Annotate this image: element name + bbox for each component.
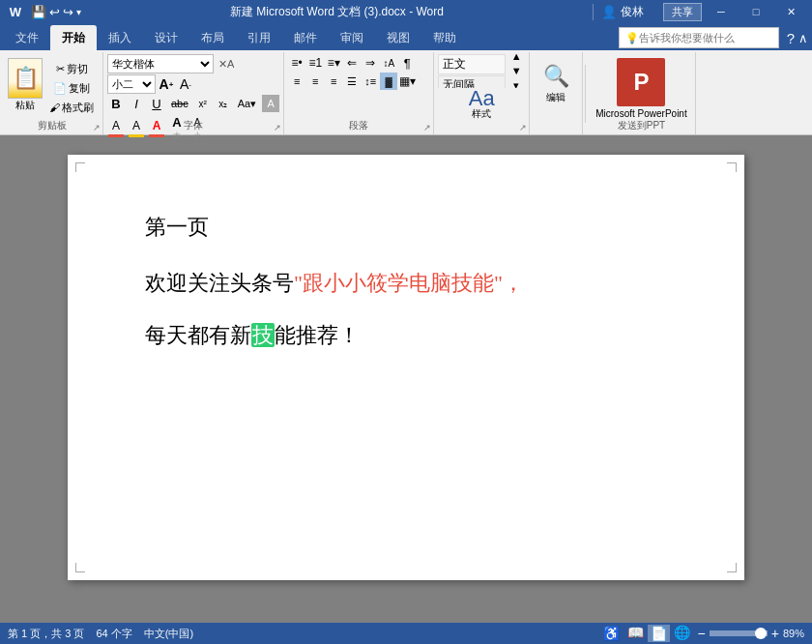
document-line-2: 欢迎关注头条号"跟小小筱学电脑技能"，: [145, 269, 667, 298]
multilevel-list-button[interactable]: ≡▾: [325, 54, 342, 72]
font-family-select[interactable]: 华文楷体: [107, 54, 214, 73]
tab-mail[interactable]: 邮件: [282, 25, 329, 50]
status-right: ♿ 📖 📄 🌐 − + 89%: [603, 625, 804, 642]
tab-design[interactable]: 设计: [143, 25, 189, 50]
bullet-list-button[interactable]: ≡•: [288, 54, 305, 72]
ribbon-tab-row: 文件 开始 插入 设计 布局 引用 邮件 审阅 视图 帮助 💡 ? ∧: [0, 23, 812, 50]
help-icon[interactable]: ?: [787, 30, 795, 46]
superscript-button[interactable]: x²: [194, 95, 212, 112]
save-icon[interactable]: 💾: [31, 5, 46, 19]
document-line-3: 每天都有新技能推荐！: [145, 321, 667, 350]
font-size-select[interactable]: 小二: [107, 74, 156, 94]
clipboard-expand-icon[interactable]: ↗: [93, 123, 101, 132]
zoom-out-button[interactable]: −: [698, 626, 706, 641]
language-indicator: 中文(中国): [144, 627, 193, 641]
accessibility-icon[interactable]: ♿: [603, 626, 620, 641]
document-page: 第一页 欢迎关注头条号"跟小小筱学电脑技能"， 每天都有新技能推荐！: [68, 155, 744, 580]
tab-references[interactable]: 引用: [236, 25, 282, 50]
tab-help[interactable]: 帮助: [421, 25, 468, 50]
line2-red-text: "跟小小筱学电脑技能"，: [294, 271, 524, 295]
print-view-button[interactable]: 📄: [648, 625, 670, 642]
tab-file[interactable]: 文件: [4, 25, 50, 50]
line3-text-before: 每天都有新: [145, 323, 251, 347]
tab-view[interactable]: 视图: [375, 25, 421, 50]
zoom-thumb[interactable]: [755, 628, 767, 639]
read-view-button[interactable]: 📖: [627, 625, 644, 642]
word-app-icon: W: [6, 2, 25, 21]
italic-button[interactable]: I: [128, 95, 145, 112]
styles-more-button[interactable]: ▾: [508, 78, 525, 88]
format-painter-button[interactable]: 🖌 格式刷: [46, 99, 97, 116]
justify-button[interactable]: ☰: [343, 73, 361, 90]
tab-review[interactable]: 审阅: [329, 25, 375, 50]
cut-button[interactable]: ✂ 剪切: [46, 60, 97, 77]
ribbon-divider: [585, 65, 586, 123]
subscript-button[interactable]: x₂: [215, 95, 232, 112]
sort-button[interactable]: ↕A: [380, 54, 397, 72]
change-case-button[interactable]: Aa▾: [235, 95, 259, 112]
close-button[interactable]: ✕: [775, 0, 806, 23]
ribbon-content: 📋 粘贴 ✂ 剪切 📄 复制 🖌 格式刷 剪贴板 ↗ 华文楷体 ✕A 小二 A: [0, 50, 812, 135]
redo-icon[interactable]: ↪: [63, 5, 73, 19]
restore-button[interactable]: □: [740, 0, 771, 23]
minimize-button[interactable]: ─: [706, 0, 737, 23]
zoom-slider[interactable]: [710, 630, 768, 636]
decrease-indent-button[interactable]: ⇐: [343, 54, 361, 72]
styles-scroll-up-button[interactable]: ▲: [508, 54, 525, 63]
shading-button[interactable]: ▓: [380, 73, 397, 90]
border-button[interactable]: ▦▾: [398, 73, 416, 90]
corner-mark-bl: [75, 563, 85, 572]
tab-insert[interactable]: 插入: [97, 25, 143, 50]
corner-mark-br: [727, 563, 737, 572]
line-spacing-button[interactable]: ↕≡: [362, 73, 379, 90]
align-center-button[interactable]: ≡: [306, 73, 324, 90]
increase-indent-button[interactable]: ⇒: [362, 54, 379, 72]
tell-me-box[interactable]: 💡: [619, 27, 779, 48]
styles-scroll-down-button[interactable]: ▼: [508, 64, 525, 77]
styles-pane-button[interactable]: Aa: [468, 90, 496, 107]
share-button[interactable]: 共享: [663, 3, 702, 21]
font-group: 华文楷体 ✕A 小二 A+ A- B I U abc x² x₂ Aa▾ A A: [103, 52, 284, 134]
user-name: 俊林: [621, 4, 644, 20]
clipboard-group-label: 剪贴板: [2, 119, 102, 132]
clipboard-group: 📋 粘贴 ✂ 剪切 📄 复制 🖌 格式刷 剪贴板 ↗: [2, 52, 103, 134]
ribbon-collapse-icon[interactable]: ∧: [798, 31, 808, 45]
paste-button[interactable]: 📋 粘贴: [6, 56, 44, 114]
editing-label: 编辑: [546, 91, 566, 104]
tab-home[interactable]: 开始: [50, 25, 97, 50]
font-size-increase-button[interactable]: A+: [158, 75, 175, 93]
char-shading-button[interactable]: A: [262, 95, 279, 112]
styles-expand-icon[interactable]: ↗: [519, 123, 527, 132]
powerpoint-icon[interactable]: P: [617, 58, 665, 106]
strikethrough-button[interactable]: abc: [168, 95, 191, 112]
show-marks-button[interactable]: ¶: [398, 54, 416, 72]
align-left-button[interactable]: ≡: [288, 73, 305, 90]
clear-format-button[interactable]: ✕A: [216, 55, 237, 73]
numbered-list-button[interactable]: ≡1: [306, 54, 324, 72]
style-normal[interactable]: 正文: [438, 54, 506, 74]
web-view-button[interactable]: 🌐: [674, 625, 690, 642]
font-size-decrease-button[interactable]: A-: [177, 75, 194, 93]
document-title: 新建 Microsoft Word 文档 (3).docx - Word: [230, 5, 444, 18]
editing-button[interactable]: 🔍 编辑: [537, 62, 575, 106]
document-area: 第一页 欢迎关注头条号"跟小小筱学电脑技能"， 每天都有新技能推荐！: [0, 135, 812, 623]
user-icon: 👤: [601, 5, 617, 19]
align-right-button[interactable]: ≡: [325, 73, 342, 90]
undo-icon[interactable]: ↩: [49, 5, 60, 19]
styles-label: 样式: [472, 107, 491, 121]
title-bar-left: W 💾 ↩ ↪ ▾: [6, 2, 81, 21]
tab-layout[interactable]: 布局: [189, 25, 236, 50]
cursor-highlight-char: 技: [251, 323, 275, 347]
bold-button[interactable]: B: [107, 95, 125, 112]
send-to-ppt-group: P Microsoft PowerPoint 发送到PPT: [588, 52, 695, 134]
editing-group: 🔍 编辑: [530, 52, 583, 134]
tell-me-input[interactable]: [639, 32, 772, 44]
paragraph-expand-icon[interactable]: ↗: [423, 123, 431, 132]
underline-button[interactable]: U: [148, 95, 165, 112]
font-group-label: 字体: [103, 119, 283, 132]
font-expand-icon[interactable]: ↗: [274, 123, 281, 132]
paste-label: 粘贴: [15, 99, 35, 112]
zoom-level[interactable]: 89%: [783, 628, 804, 639]
copy-button[interactable]: 📄 复制: [46, 79, 97, 97]
zoom-in-button[interactable]: +: [771, 626, 779, 641]
